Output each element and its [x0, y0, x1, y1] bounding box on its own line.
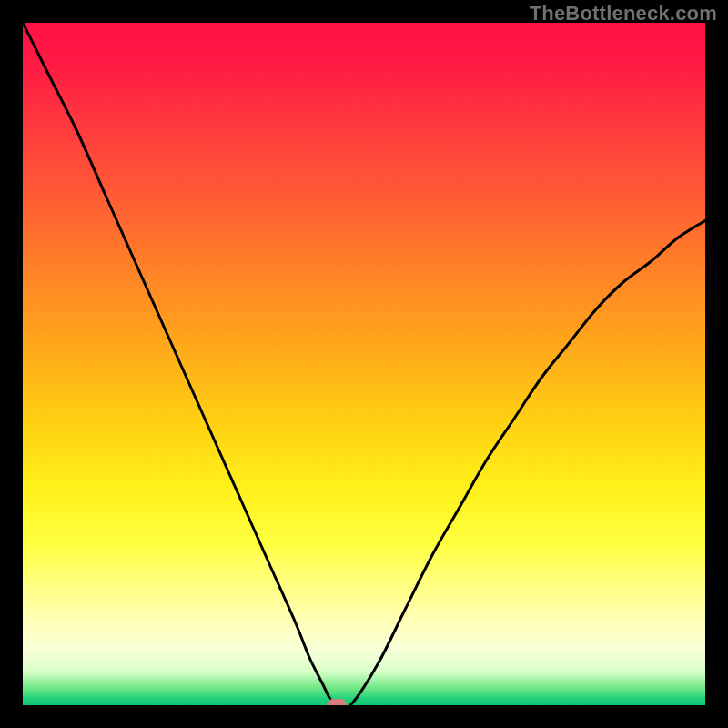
bottleneck-curve-path [23, 23, 705, 705]
bottleneck-marker [327, 699, 347, 705]
bottleneck-curve-svg [23, 23, 705, 705]
watermark-text: TheBottleneck.com [530, 2, 717, 25]
plot-area [23, 23, 705, 705]
